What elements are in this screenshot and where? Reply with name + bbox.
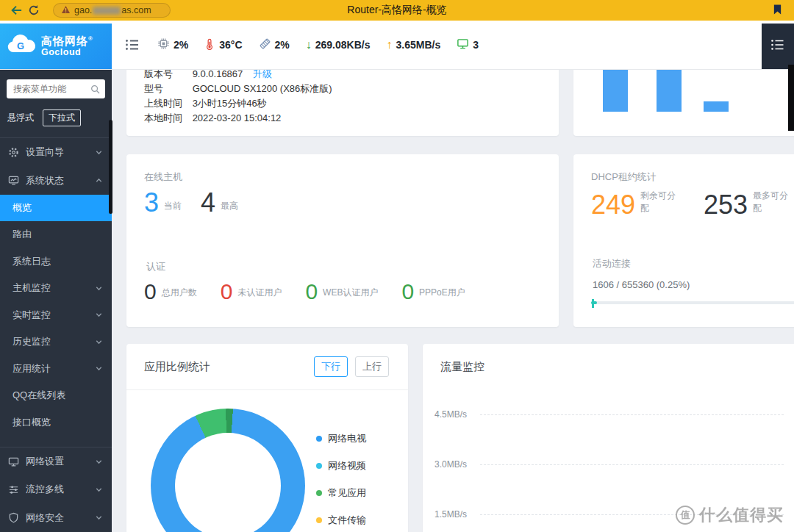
memory-icon bbox=[259, 37, 271, 52]
app-header: G 高恪网络® Gocloud 2% 36°C bbox=[0, 21, 794, 70]
chevron-down-icon bbox=[95, 486, 103, 494]
screen: gao.as.com Router-高恪网络-概览 G 高恪网络® Goclou… bbox=[0, 0, 794, 532]
sidebar-item-label: 网络设置 bbox=[26, 455, 88, 468]
sidebar-item-interface-overview[interactable]: 接口概览 bbox=[0, 409, 112, 435]
donut-hole bbox=[175, 433, 281, 532]
stat-remaining-leases: 249 剩余可分配 bbox=[591, 190, 684, 218]
address-bar[interactable]: gao.as.com bbox=[53, 3, 171, 18]
dhcp-stats: 249 剩余可分配 253 最多可分配 bbox=[591, 190, 794, 218]
auth-stats: 0 总用户数 0 未认证用户 0 WEB认证用户 0 PPPoE用户 bbox=[144, 281, 465, 303]
info-row-uptime: 上线时间 3小时15分钟46秒 bbox=[144, 96, 332, 111]
active-connections-label: 活动连接 bbox=[593, 257, 631, 270]
sidebar-item-overview[interactable]: 概览 bbox=[0, 195, 112, 221]
chevron-up-icon bbox=[95, 176, 103, 184]
temperature-stat: 36°C bbox=[204, 38, 242, 52]
sidebar-item-network-settings[interactable]: 网络设置 bbox=[0, 447, 112, 475]
sidebar-item-qq-online-list[interactable]: QQ在线列表 bbox=[0, 382, 112, 409]
main-content: 版本号 9.0.0.16867 升级 型号 GOCLOUD SX1200 (X8… bbox=[112, 70, 794, 532]
header-stats-row: 2% 36°C 2% ↓ 269.08KB/s ↑ 3.65MB/s bbox=[112, 21, 759, 69]
sidebar-item-realtime-monitor[interactable]: 实时监控 bbox=[0, 302, 112, 328]
sidebar-item-label: 系统日志 bbox=[12, 255, 103, 268]
watermark-badge: 值 bbox=[676, 506, 695, 525]
watermark: 值 什么值得买 bbox=[676, 504, 784, 526]
download-arrow-icon: ↓ bbox=[306, 38, 312, 51]
stat-web-auth-users: 0 WEB认证用户 bbox=[305, 281, 378, 303]
connections-progress-marker bbox=[592, 299, 594, 308]
toggle-uplink[interactable]: 上行 bbox=[355, 356, 389, 377]
chevron-down-icon bbox=[95, 364, 103, 373]
watermark-text: 什么值得买 bbox=[699, 504, 784, 526]
sidebar-item-system-status[interactable]: 系统状态 bbox=[0, 166, 112, 194]
y-axis-label: 3.0MB/s bbox=[434, 459, 467, 470]
search-icon[interactable] bbox=[90, 84, 100, 97]
stat-total-users: 0 总用户数 bbox=[144, 281, 197, 303]
card-title: 在线主机 bbox=[144, 170, 182, 184]
sidebar-item-host-monitor[interactable]: 主机监控 bbox=[0, 275, 112, 301]
y-axis-label: 1.5MB/s bbox=[434, 509, 467, 520]
gear-icon bbox=[8, 147, 19, 158]
list-icon bbox=[770, 39, 785, 54]
card-title: DHCP租约统计 bbox=[591, 170, 657, 184]
chart-bar bbox=[657, 70, 682, 112]
toggle-downlink[interactable]: 下行 bbox=[314, 356, 348, 377]
brand-name: 高恪网络® Gocloud bbox=[41, 35, 93, 58]
sidebar-item-label: QQ在线列表 bbox=[12, 389, 103, 402]
url-text: gao.as.com bbox=[74, 5, 151, 15]
memory-stat: 2% bbox=[259, 37, 290, 52]
online-hosts-stats: 3 当前 4 最高 bbox=[144, 190, 238, 216]
shield-icon bbox=[8, 512, 19, 523]
auth-section-title: 认证 bbox=[146, 260, 165, 273]
bar-chart-card bbox=[573, 70, 794, 136]
sidebar-item-label: 实时监控 bbox=[12, 309, 95, 322]
tab-dropdown-mode[interactable]: 下拉式 bbox=[43, 109, 81, 126]
back-icon[interactable] bbox=[7, 1, 25, 19]
sidebar-item-system-log[interactable]: 系统日志 bbox=[0, 248, 112, 275]
sidebar-item-label: 系统状态 bbox=[26, 174, 88, 187]
brand-logo[interactable]: G 高恪网络® Gocloud bbox=[0, 24, 112, 69]
sidebar-item-label: 概览 bbox=[12, 201, 103, 215]
sidebar-item-network-security[interactable]: 网络安全 bbox=[0, 504, 112, 532]
card-title: 流量监控 bbox=[440, 360, 484, 374]
legend-item: 常见应用 bbox=[316, 488, 366, 498]
refresh-icon[interactable] bbox=[25, 1, 43, 19]
thermometer-icon bbox=[204, 38, 215, 52]
upgrade-link[interactable]: 升级 bbox=[253, 70, 272, 79]
sidebar-item-label: 历史监控 bbox=[12, 335, 95, 348]
chart-bar bbox=[603, 70, 628, 112]
page-scrollbar-thumb[interactable] bbox=[788, 65, 794, 131]
legend-item: 网络视频 bbox=[316, 461, 366, 471]
sidebar-item-flow-control[interactable]: 流控多线 bbox=[0, 475, 112, 503]
site-warning-icon bbox=[61, 4, 71, 17]
chevron-down-icon bbox=[95, 284, 103, 292]
info-row-local-time: 本地时间 2022-03-20 15:04:12 bbox=[144, 111, 332, 126]
dhcp-card: DHCP租约统计 249 剩余可分配 253 最多可分配 活动连接 1606 /… bbox=[573, 154, 794, 327]
gridline bbox=[480, 464, 784, 465]
cpu-icon bbox=[157, 37, 170, 52]
stat-pppoe-users: 0 PPPoE用户 bbox=[401, 281, 465, 303]
sidebar-mode-tabs: 悬浮式 下拉式 bbox=[0, 98, 112, 126]
sidebar-item-app-statistics[interactable]: 应用统计 bbox=[0, 356, 112, 382]
right-panel-toggle[interactable] bbox=[762, 24, 794, 69]
bookmark-icon[interactable] bbox=[773, 4, 782, 18]
system-info-card: 版本号 9.0.0.16867 升级 型号 GOCLOUD SX1200 (X8… bbox=[126, 70, 559, 136]
sidebar-item-routing[interactable]: 路由 bbox=[0, 221, 112, 248]
clients-stat: 3 bbox=[457, 37, 479, 52]
y-axis-label: 4.5MB/s bbox=[434, 409, 467, 420]
app-ratio-card: 应用比例统计 下行 上行 TOP 1 网络电视 网络电视 网络视频 bbox=[126, 344, 408, 532]
menu-collapse-icon[interactable] bbox=[124, 36, 141, 54]
sidebar-item-label: 设置向导 bbox=[26, 145, 88, 159]
chevron-down-icon bbox=[95, 514, 103, 522]
sidebar-item-label: 应用统计 bbox=[12, 362, 95, 375]
gridline bbox=[480, 414, 784, 415]
stat-peak: 4 最高 bbox=[201, 190, 238, 216]
sidebar-item-history-monitor[interactable]: 历史监控 bbox=[0, 328, 112, 355]
sidebar-scrollbar-thumb[interactable] bbox=[109, 120, 112, 214]
connections-progress-bar bbox=[591, 301, 794, 304]
sidebar-item-setup-wizard[interactable]: 设置向导 bbox=[0, 138, 112, 166]
sliders-icon bbox=[8, 484, 19, 495]
tab-floating-mode[interactable]: 悬浮式 bbox=[7, 112, 34, 124]
svg-text:G: G bbox=[17, 40, 24, 51]
donut-legend: 网络电视 网络视频 常见应用 文件传输 bbox=[316, 434, 366, 532]
sidebar-item-label: 流控多线 bbox=[26, 483, 88, 496]
cpu-stat: 2% bbox=[157, 37, 188, 52]
